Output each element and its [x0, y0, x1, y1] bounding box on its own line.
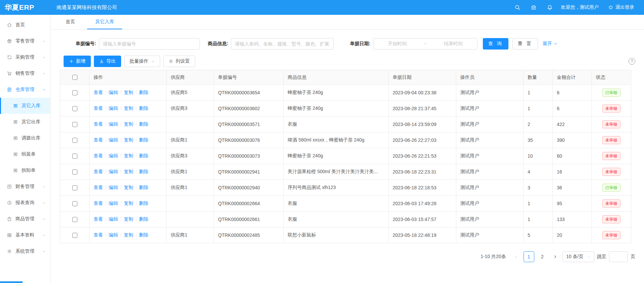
view-link[interactable]: 查看	[94, 121, 103, 127]
platform-bank-icon[interactable]	[531, 4, 537, 10]
edit-link[interactable]: 编辑	[109, 185, 118, 190]
sidebar-subitem-transfer-outbound[interactable]: 调拨出库	[0, 130, 50, 146]
sidebar-item-system[interactable]: 系统管理	[0, 243, 50, 259]
delete-link[interactable]: 删除	[139, 90, 148, 95]
delete-link[interactable]: 删除	[139, 137, 148, 143]
table-body: 查看编辑复制删除供应商5QTRK00000003654蜂蜜柚子茶 240g202…	[60, 85, 631, 243]
tab-other-inbound[interactable]: 其它入库	[87, 15, 122, 29]
cell-goods: 美汁源果粒橙 500ml 美汁美汁美汁美汁美...	[284, 164, 389, 180]
sidebar-subitem-other-outbound[interactable]: 其它出库	[0, 114, 50, 130]
batch-actions-button[interactable]: 批量操作	[124, 56, 160, 67]
copy-link[interactable]: 复制	[124, 169, 133, 174]
view-link[interactable]: 查看	[94, 169, 103, 174]
logout-button[interactable]: 退出登录	[608, 4, 634, 10]
sidebar-item-report[interactable]: 报表查询	[0, 195, 50, 211]
edit-link[interactable]: 编辑	[109, 153, 118, 158]
view-link[interactable]: 查看	[94, 232, 103, 238]
row-checkbox[interactable]	[72, 201, 77, 206]
sidebar-item-sales[interactable]: 销售管理	[0, 65, 50, 82]
edit-link[interactable]: 编辑	[109, 232, 118, 238]
copy-link[interactable]: 复制	[124, 200, 133, 206]
edit-link[interactable]: 编辑	[109, 169, 118, 174]
edit-link[interactable]: 编辑	[109, 90, 118, 95]
view-link[interactable]: 查看	[94, 185, 103, 190]
sidebar-item-basic[interactable]: 基本资料	[0, 227, 50, 243]
delete-link[interactable]: 删除	[139, 105, 148, 111]
edit-link[interactable]: 编辑	[109, 200, 118, 206]
sidebar-item-retail[interactable]: 零售管理	[0, 33, 50, 49]
date-start-placeholder[interactable]: 开始时间	[373, 41, 421, 47]
delete-link[interactable]: 删除	[139, 169, 148, 174]
view-link[interactable]: 查看	[94, 105, 103, 111]
sidebar-item-home[interactable]: 首页	[0, 17, 50, 33]
row-checkbox[interactable]	[72, 169, 77, 175]
header-actions: 操作	[90, 70, 167, 85]
delete-link[interactable]: 删除	[139, 200, 148, 206]
date-end-placeholder[interactable]: 结束时间	[429, 41, 477, 47]
jump-page-input[interactable]	[609, 251, 628, 262]
column-settings-button[interactable]: 列设置	[163, 56, 195, 67]
copy-link[interactable]: 复制	[124, 216, 133, 222]
copy-link[interactable]: 复制	[124, 137, 133, 143]
doc-icon	[13, 152, 18, 157]
view-link[interactable]: 查看	[94, 90, 103, 95]
batch-actions-label: 批量操作	[130, 58, 148, 64]
sidebar-subitem-disassembly[interactable]: 拆卸单	[0, 162, 50, 179]
row-checkbox[interactable]	[72, 154, 77, 159]
row-checkbox[interactable]	[72, 90, 77, 95]
edit-link[interactable]: 编辑	[109, 216, 118, 222]
row-checkbox[interactable]	[72, 217, 77, 222]
prev-page-button[interactable]	[511, 251, 521, 262]
select-all-checkbox[interactable]	[72, 75, 77, 80]
delete-link[interactable]: 删除	[139, 153, 148, 158]
export-button[interactable]: 导出	[94, 56, 121, 67]
edit-link[interactable]: 编辑	[109, 137, 118, 143]
sidebar-scrollbar-thumb[interactable]	[0, 281, 23, 283]
view-link[interactable]: 查看	[94, 216, 103, 222]
row-checkbox[interactable]	[72, 233, 77, 238]
sidebar-item-warehouse[interactable]: 仓库管理	[0, 82, 50, 98]
copy-link[interactable]: 复制	[124, 185, 133, 190]
sidebar-item-goods[interactable]: 商品管理	[0, 211, 50, 227]
bell-icon[interactable]	[547, 4, 553, 10]
row-checkbox[interactable]	[72, 122, 77, 127]
edit-link[interactable]: 编辑	[109, 121, 118, 127]
row-checkbox[interactable]	[72, 138, 77, 143]
tab-home[interactable]: 首页	[58, 15, 83, 29]
delete-link[interactable]: 删除	[139, 216, 148, 222]
row-checkbox[interactable]	[72, 185, 77, 190]
search-icon[interactable]	[514, 4, 521, 10]
help-icon[interactable]: ?	[629, 58, 635, 65]
sidebar-subitem-assembly[interactable]: 组装单	[0, 146, 50, 162]
date-range-picker[interactable]: 开始时间 ~ 结束时间	[373, 38, 477, 50]
search-button[interactable]: 查 询	[483, 38, 508, 50]
page-size-select[interactable]: 10 条/页	[563, 251, 594, 262]
copy-link[interactable]: 复制	[124, 121, 133, 127]
sidebar-item-purchase[interactable]: 采购管理	[0, 49, 50, 65]
view-link[interactable]: 查看	[94, 153, 103, 158]
bill-no-input[interactable]	[99, 38, 200, 50]
gear-icon	[169, 59, 173, 64]
table-row: 查看编辑复制删除供应商5QTRK00000003654蜂蜜柚子茶 240g202…	[60, 85, 631, 101]
add-button[interactable]: 新增	[64, 56, 91, 67]
expand-link[interactable]: 展开	[543, 41, 558, 47]
copy-link[interactable]: 复制	[124, 90, 133, 95]
next-page-button[interactable]	[550, 251, 560, 262]
goods-info-input[interactable]	[231, 38, 334, 50]
delete-link[interactable]: 删除	[139, 121, 148, 127]
view-link[interactable]: 查看	[94, 137, 103, 143]
edit-link[interactable]: 编辑	[109, 105, 118, 111]
sidebar-item-finance[interactable]: 财务管理	[0, 179, 50, 195]
sidebar-subitem-other-inbound[interactable]: 其它入库	[0, 98, 50, 114]
chevron-up-icon	[42, 88, 46, 92]
delete-link[interactable]: 删除	[139, 232, 148, 238]
reset-button[interactable]: 重 置	[512, 38, 538, 50]
row-checkbox[interactable]	[72, 106, 77, 111]
copy-link[interactable]: 复制	[124, 232, 133, 238]
copy-link[interactable]: 复制	[124, 153, 133, 158]
copy-link[interactable]: 复制	[124, 105, 133, 111]
page-number-2[interactable]: 2	[537, 251, 548, 262]
view-link[interactable]: 查看	[94, 200, 103, 206]
delete-link[interactable]: 删除	[139, 185, 148, 190]
page-number-1[interactable]: 1	[524, 251, 534, 262]
